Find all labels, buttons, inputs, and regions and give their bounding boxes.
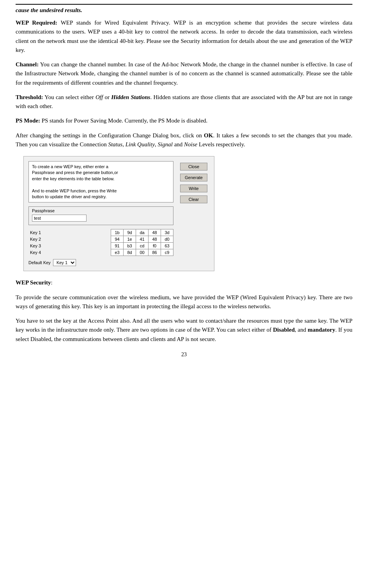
key-4-cell-2: 8d bbox=[124, 249, 136, 256]
dialog-inner: To create a new WEP key, either enter a … bbox=[28, 161, 209, 266]
key-2-cell-4: 48 bbox=[149, 236, 161, 243]
after-link: Link Quality bbox=[126, 141, 155, 147]
threshold-hidden: Hidden Stations bbox=[111, 94, 150, 100]
key-3-cell-3: cd bbox=[136, 243, 149, 249]
threshold-label: Threshold: bbox=[16, 94, 43, 100]
key-label-1: Key 1 bbox=[28, 229, 111, 236]
key-4-cell-3: 00 bbox=[136, 249, 149, 256]
wep-security-label: WEP Security bbox=[16, 279, 51, 286]
threshold-paragraph: Threshold: You can select either Off or … bbox=[16, 93, 352, 111]
clear-button[interactable]: Clear bbox=[180, 195, 207, 203]
key-3-cell-1: 91 bbox=[111, 243, 124, 249]
key-1-cell-3: da bbox=[136, 229, 149, 236]
channel-text: You can change the channel number. In ca… bbox=[16, 61, 352, 86]
ps-mode-label: PS Mode: bbox=[16, 117, 40, 124]
channel-label: Channel: bbox=[16, 61, 39, 68]
wep-required-paragraph: WEP Required: WEP stands for Wired Equiv… bbox=[16, 18, 352, 55]
passphrase-group: Passphrase bbox=[28, 206, 173, 225]
after-status: Status bbox=[108, 141, 122, 147]
after-comma2: , bbox=[155, 141, 158, 147]
default-key-label: Default Key bbox=[28, 260, 51, 265]
after-text3: and bbox=[173, 141, 184, 147]
threshold-text2: or bbox=[103, 94, 111, 100]
wep-dialog: To create a new WEP key, either enter a … bbox=[23, 156, 214, 271]
wep-required-text: WEP stands for Wired Equivalent Privacy.… bbox=[16, 20, 352, 53]
key-1-cell-1: 1b bbox=[111, 229, 124, 236]
default-key-row: Default Key Key 1 Key 2 Key 3 Key 4 bbox=[28, 259, 173, 266]
key-3-cell-5: 63 bbox=[161, 243, 173, 249]
after-noise: Noise bbox=[184, 141, 197, 147]
passphrase-input[interactable] bbox=[32, 215, 87, 222]
ps-mode-text: PS stands for Power Saving Mode. Current… bbox=[40, 117, 207, 124]
after-comma1: , bbox=[122, 141, 126, 147]
threshold-off: Off bbox=[96, 94, 103, 100]
key-4-cell-4: 86 bbox=[149, 249, 161, 256]
key-1-cell-2: 9d bbox=[124, 229, 136, 236]
wep-security-colon: : bbox=[51, 279, 52, 286]
key-4-cell-1: e3 bbox=[111, 249, 124, 256]
dialog-info-text: To create a new WEP key, either enter a … bbox=[28, 161, 173, 203]
key-4-cell-5: c9 bbox=[161, 249, 173, 256]
threshold-text1: You can select either bbox=[43, 94, 96, 100]
key-3-cell-4: f0 bbox=[149, 243, 161, 249]
close-button[interactable]: Close bbox=[180, 163, 207, 171]
key-2-cell-2: 1e bbox=[124, 236, 136, 243]
after-text1: After changing the settings in the Confi… bbox=[16, 132, 204, 139]
key-3-cell-2: b3 bbox=[124, 243, 136, 249]
after-text4: Levels respectively. bbox=[197, 141, 245, 147]
ps-mode-paragraph: PS Mode: PS stands for Power Saving Mode… bbox=[16, 116, 352, 125]
key-1-cell-5: 3d bbox=[161, 229, 173, 236]
top-line-text: cause the undesired results. bbox=[16, 7, 352, 14]
top-section: cause the undesired results. bbox=[16, 4, 352, 14]
default-key-select[interactable]: Key 1 Key 2 Key 3 Key 4 bbox=[53, 259, 76, 266]
para2-disabled: Disabled bbox=[273, 327, 295, 333]
dialog-left: To create a new WEP key, either enter a … bbox=[28, 161, 173, 266]
key-label-3: Key 3 bbox=[28, 243, 111, 249]
key-label-2: Key 2 bbox=[28, 236, 111, 243]
generate-button[interactable]: Generate bbox=[180, 174, 207, 181]
after-paragraph: After changing the settings in the Confi… bbox=[16, 131, 352, 149]
key-label-4: Key 4 bbox=[28, 249, 111, 256]
dialog-right: Close Generate Write Clear bbox=[178, 161, 209, 266]
key-2-cell-1: 94 bbox=[111, 236, 124, 243]
wep-security-heading: WEP Security: bbox=[16, 278, 352, 287]
key-1-cell-4: 48 bbox=[149, 229, 161, 236]
key-2-cell-3: 41 bbox=[136, 236, 149, 243]
after-signal: Signal bbox=[158, 141, 173, 147]
after-ok: OK bbox=[204, 132, 213, 139]
para2-mandatory: mandatory bbox=[308, 327, 335, 333]
key-2-cell-5: d0 bbox=[161, 236, 173, 243]
keys-table: Key 11b9dda483dKey 2941e4148d0Key 391b3c… bbox=[28, 229, 173, 256]
para2-text2: , and bbox=[295, 327, 308, 333]
passphrase-label: Passphrase bbox=[32, 208, 170, 213]
channel-paragraph: Channel: You can change the channel numb… bbox=[16, 60, 352, 87]
wep-required-label: WEP Required: bbox=[16, 20, 57, 26]
write-button[interactable]: Write bbox=[180, 185, 207, 192]
page-number: 23 bbox=[16, 352, 352, 358]
wep-security-para1: To provide the secure communication over… bbox=[16, 293, 352, 311]
wep-security-para2: You have to set the key at the Access Po… bbox=[16, 316, 352, 344]
